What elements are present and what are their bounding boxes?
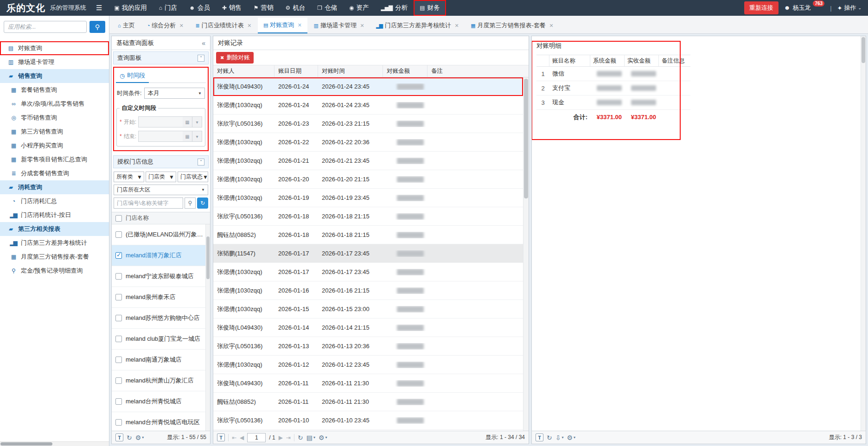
time-condition-select[interactable]: 本月 ▼ <box>144 88 205 99</box>
store-row[interactable]: meland台州青悦城店 <box>112 391 210 412</box>
column-header-amount[interactable]: 对账金额 <box>383 65 428 77</box>
record-row[interactable]: 张偲倩(1030zqq) 2026-01-20 2026-01-20 21:15 <box>213 170 523 189</box>
tab[interactable]: ≣ 门店业绩统计表 × <box>190 18 257 33</box>
text-tool-icon[interactable]: T <box>115 433 123 441</box>
column-header-remark[interactable]: 备注 <box>428 65 523 77</box>
record-row[interactable]: 张偲倩(1030zqq) 2026-01-19 2026-01-19 23:45 <box>213 189 523 207</box>
collapse-up-icon[interactable]: ⌃ <box>198 159 204 166</box>
scrollbar-thumb[interactable] <box>862 37 865 63</box>
close-icon[interactable]: × <box>179 22 183 29</box>
nav-item[interactable]: ⚙ 机台 <box>280 0 312 16</box>
start-date-input[interactable] <box>138 116 183 127</box>
sidebar-item[interactable]: ▦ 月度第三方销售报表-套餐 <box>0 250 109 264</box>
column-header-system-amount[interactable]: 系统金额 <box>590 55 625 66</box>
calendar-btn-icon[interactable]: ▦ <box>183 116 192 127</box>
page-number-input[interactable] <box>247 433 266 442</box>
store-row[interactable]: meland南通万象城店 <box>112 350 210 370</box>
notification-badge[interactable]: 763 <box>813 0 824 6</box>
collapse-up-icon[interactable]: ⌃ <box>198 55 204 62</box>
detail-row[interactable]: 2 支付宝 <box>536 81 690 96</box>
record-row[interactable]: 张偲倩(1030zqq) 2026-01-12 2026-01-12 23:45 <box>213 356 523 374</box>
last-page-icon[interactable]: ⇥ <box>286 434 291 441</box>
store-checkbox[interactable] <box>115 357 122 363</box>
sidebar-horizontal-scrollbar[interactable] <box>0 441 109 446</box>
export-menu[interactable]: ⇩ ▾ <box>555 434 564 441</box>
store-filter-select[interactable]: 所有类 ▼ <box>114 172 144 182</box>
record-row[interactable]: 阙钰喆(08852) 2026-01-18 2026-01-18 21:15 <box>213 226 523 244</box>
text-tool-icon[interactable]: T <box>217 433 225 441</box>
record-row[interactable]: 张欣宇(L050136) 2026-01-18 2026-01-18 21:15 <box>213 207 523 226</box>
record-row[interactable]: 张韬鹏(11547) 2026-01-17 2026-01-17 23:45 <box>213 244 523 263</box>
nav-item[interactable]: ▂▅▇ 分析 <box>375 0 414 16</box>
record-row[interactable]: 张偲倩(1030zqq) 2026-01-22 2026-01-22 20:36 <box>213 133 523 152</box>
next-page-icon[interactable]: ▶ <box>279 434 283 441</box>
store-row[interactable]: meland杭州萧山万象汇店 <box>112 370 210 391</box>
sidebar-item[interactable]: ▰ 消耗查询 <box>0 180 109 194</box>
store-checkbox[interactable] <box>115 398 122 405</box>
detail-row[interactable]: 1 微信 <box>536 67 690 81</box>
tab[interactable]: ▂▆ 门店第三方差异考核统计 × <box>370 18 464 33</box>
refresh-icon[interactable]: ↻ <box>127 434 132 441</box>
end-date-input[interactable] <box>138 131 183 142</box>
record-row[interactable]: 张偲倩(1030zqq) 2026-01-21 2026-01-21 23:45 <box>213 152 523 170</box>
sidebar-item[interactable]: ▰ 销售查询 <box>0 69 109 83</box>
scrollbar-thumb[interactable] <box>206 236 210 279</box>
record-row[interactable]: 张欣宇(L050136) 2026-01-13 2026-01-13 20:36 <box>213 337 523 356</box>
store-row[interactable]: (已撤场)MELAND温州万象城店 <box>112 224 210 245</box>
nav-item[interactable]: ▤ 财务 <box>414 0 446 16</box>
columns-menu[interactable]: ▤ ▾ <box>306 434 315 441</box>
refresh-icon[interactable]: ↻ <box>197 198 208 209</box>
store-row[interactable]: meland宁波东部银泰城店 <box>112 266 210 287</box>
record-row[interactable]: 张俊琦(L049430) 2026-01-14 2026-01-14 21:15 <box>213 319 523 337</box>
app-search-button[interactable]: ⚲ <box>89 21 105 33</box>
record-row[interactable]: 张偲倩(1030zqq) 2026-01-09 2026-01-09 23:45 <box>213 430 523 431</box>
operation-menu[interactable]: ✦ 操作 ⌄ <box>837 4 862 12</box>
sidebar-item[interactable]: ◎ 零币销售查询 <box>0 111 109 125</box>
store-row[interactable]: meland苏州悠方购物中心店 <box>112 308 210 329</box>
column-header-account[interactable]: 账目名称 <box>549 55 590 66</box>
sidebar-item[interactable]: ▂▆ 门店第三方差异考核统计 <box>0 236 109 250</box>
scrollbar-thumb[interactable] <box>524 79 528 198</box>
close-icon[interactable]: × <box>455 22 459 29</box>
first-page-icon[interactable]: ⇤ <box>232 434 236 441</box>
caret-down-icon[interactable]: ▾ <box>192 116 202 127</box>
store-list-scrollbar[interactable] <box>205 224 210 431</box>
record-row[interactable]: 张偲倩(1030zqq) 2026-01-16 2026-01-16 21:15 <box>213 281 523 300</box>
record-row[interactable]: 张俊琦(L049430) 2026-01-11 2026-01-11 21:30 <box>213 374 523 393</box>
close-icon[interactable]: × <box>298 21 301 29</box>
accordion-store-info[interactable]: 授权门店信息 ⌃ <box>113 155 209 168</box>
calendar-btn-icon[interactable]: ▦ <box>183 131 192 142</box>
user-menu[interactable]: ☻ 杨玉龙 763 <box>784 4 824 12</box>
column-header-remark-info[interactable]: 备注信息 <box>659 55 689 66</box>
store-checkbox[interactable] <box>115 419 122 426</box>
sidebar-item[interactable]: ▤ 对账查询 <box>0 41 109 55</box>
app-search-input[interactable] <box>4 21 87 33</box>
nav-item[interactable]: ◉ 资产 <box>343 0 375 16</box>
accordion-query-panel[interactable]: 查询面板 ⌃ <box>113 51 209 64</box>
store-row[interactable]: meland淄博万象汇店 <box>112 245 210 266</box>
records-scrollbar[interactable] <box>523 77 529 431</box>
store-row[interactable]: meland泉州泰禾店 <box>112 287 210 308</box>
sidebar-item[interactable]: ≣ 分成套餐销售查询 <box>0 166 109 180</box>
sidebar-item[interactable]: ▦ 新零售项目销售汇总查询 <box>0 153 109 166</box>
store-checkbox[interactable] <box>115 294 122 300</box>
record-row[interactable]: 阙钰喆(08852) 2026-01-11 2026-01-11 21:30 <box>213 393 523 411</box>
store-row[interactable]: meland club厦门宝龙一城店 <box>112 329 210 350</box>
nav-item[interactable]: ❒ 仓储 <box>311 0 343 16</box>
reconnect-button[interactable]: 重新连接 <box>744 1 779 14</box>
store-checkbox[interactable] <box>115 252 122 259</box>
store-checkbox[interactable] <box>115 273 122 280</box>
caret-down-icon[interactable]: ▾ <box>192 131 202 142</box>
region-select[interactable]: 门店所在大区 ▼ <box>114 185 208 195</box>
settings-menu[interactable]: ⚙ ▾ <box>135 434 144 441</box>
sidebar-item[interactable]: ▦ 第三方销售查询 <box>0 125 109 139</box>
settings-menu[interactable]: ⚙ ▾ <box>567 434 575 441</box>
tab[interactable]: ▤ 对账查询 × <box>258 18 307 33</box>
sidebar-item[interactable]: ▦ 小程序购买查询 <box>0 139 109 153</box>
record-row[interactable]: 张欣宇(L050136) 2026-01-23 2026-01-23 21:15 <box>213 115 523 133</box>
sidebar-item[interactable]: ▂▆ 门店消耗统计-按日 <box>0 208 109 222</box>
collapse-left-icon[interactable]: « <box>202 39 205 47</box>
prev-page-icon[interactable]: ◀ <box>240 434 244 441</box>
detail-row[interactable]: 3 现金 <box>536 96 690 110</box>
store-filter-select[interactable]: 门店状态 ▼ <box>178 172 208 182</box>
